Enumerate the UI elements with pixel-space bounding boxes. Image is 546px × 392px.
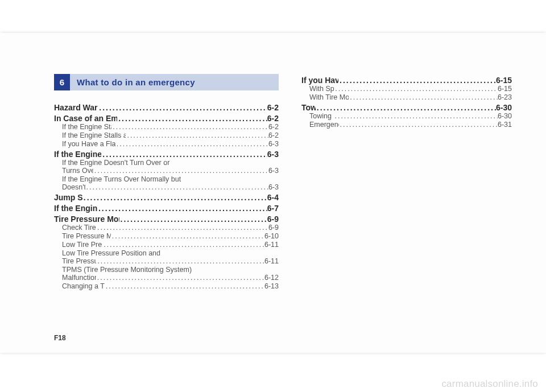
toc-title: Towing Service (309, 112, 333, 120)
toc-title: If the Engine Overheats (54, 204, 97, 213)
toc-entry: Low Tire Pressure Telltale..............… (54, 241, 279, 249)
toc-page: 6-2 (268, 131, 279, 139)
toc-page: 6-9 (268, 224, 279, 232)
toc-page: 6-12 (264, 274, 279, 282)
toc-leader: ........................................… (101, 150, 267, 159)
toc-entry: Check Tire Pressure.....................… (54, 224, 279, 232)
toc-page: 6-4 (267, 193, 279, 202)
toc-leader: ........................................… (93, 167, 268, 175)
toc-leader: ........................................… (111, 123, 268, 131)
toc-page: 6-7 (267, 204, 279, 213)
toc-leader: ........................................… (111, 232, 264, 240)
toc-leader: ........................................… (96, 224, 268, 232)
toc-page: 6-23 (498, 93, 512, 101)
toc-entry: Changing a Tire with TPMS...............… (54, 282, 279, 290)
toc-title: Tire Pressure Telltale (62, 257, 96, 265)
toc-title: With Tire Mobility Kit (TMK) (309, 93, 349, 101)
toc-leader: ........................................… (115, 140, 268, 148)
toc-page: 6-2 (267, 114, 279, 123)
toc-title: With Spare Tire (309, 85, 334, 93)
toc-title: Low Tire Pressure Telltale (62, 241, 102, 249)
toc-title: Towing (301, 103, 316, 112)
toc-page: 6-11 (264, 241, 279, 249)
toc-title: Check Tire Pressure (62, 224, 96, 232)
toc-entry: With Spare Tire.........................… (301, 85, 512, 93)
toc-entry: If the Engine Overheats.................… (54, 204, 279, 213)
toc-right-column: If you Have a Flat Tire.................… (301, 74, 512, 129)
toc-leader: ........................................… (349, 93, 498, 101)
page-number: F18 (54, 334, 66, 342)
section-header: 6 What to do in an emergency (54, 74, 279, 90)
toc-leader: ........................................… (334, 85, 498, 93)
toc-title: Low Tire Pressure Position and (62, 249, 160, 257)
toc-entry: Tire Pressure Telltale..................… (54, 257, 279, 265)
toc-title: If you Have a Flat Tire While Driving (62, 140, 115, 148)
toc-entry: Emergency Towing........................… (301, 121, 512, 129)
toc-leader: ........................................… (96, 274, 264, 282)
toc-title: TPMS (Tire Pressure Monitoring System) (62, 266, 192, 274)
toc-title: If the Engine Turns Over Normally but (62, 175, 181, 183)
toc-page: 6-3 (268, 183, 279, 191)
toc-title: Changing a Tire with TPMS (62, 282, 105, 290)
toc-title: Turns Over Slowly (62, 167, 93, 175)
toc-leader: ........................................… (102, 241, 264, 249)
toc-leader: ........................................… (333, 112, 498, 120)
toc-title: Hazard Warning Flasher (54, 103, 98, 112)
toc-leader: ........................................… (338, 76, 496, 85)
toc-entry: If the Engine Turns Over Normally but (54, 175, 279, 183)
toc-leader: ........................................… (339, 121, 498, 129)
watermark: carmanualsonline.info (441, 378, 538, 390)
toc-leader: ........................................… (126, 131, 268, 139)
toc-left-list: Hazard Warning Flasher..................… (54, 103, 279, 290)
toc-entry: Jump Starting...........................… (54, 193, 279, 202)
toc-entry: If the Engine Doesn't Turn Over or (54, 159, 279, 167)
toc-title: Emergency Towing (309, 121, 339, 129)
toc-leader: ........................................… (119, 214, 267, 224)
toc-entry: Doesn't Start...........................… (54, 183, 279, 191)
toc-entry: If the Engine Stalls While Driving......… (54, 123, 279, 131)
toc-leader: ........................................… (98, 103, 267, 112)
toc-entry: Turns Over Slowly.......................… (54, 167, 279, 175)
toc-leader: ........................................… (85, 183, 268, 191)
toc-entry: If the Engine Stalls at a Crossroad or C… (54, 131, 279, 139)
toc-leader: ........................................… (96, 257, 264, 265)
toc-page: 6-30 (496, 103, 512, 112)
toc-entry: TPMS (Tire Pressure Monitoring System) (54, 266, 279, 274)
toc-title: Malfunction Indicator (62, 274, 96, 282)
toc-title: If you Have a Flat Tire (301, 76, 338, 85)
toc-page: 6-2 (267, 103, 279, 112)
toc-entry: Low Tire Pressure Position and (54, 249, 279, 257)
toc-page: 6-2 (268, 123, 279, 131)
toc-page: 6-13 (264, 282, 279, 290)
toc-page: 6-11 (264, 257, 279, 265)
toc-page: 6-9 (267, 214, 279, 224)
toc-leader: ........................................… (82, 193, 267, 202)
section-number: 6 (54, 74, 70, 90)
toc-page: 6-10 (264, 232, 279, 240)
toc-title: Jump Starting (54, 193, 82, 202)
toc-page: 6-15 (496, 76, 512, 85)
toc-title: Tire Pressure Monitoring System (62, 232, 111, 240)
toc-entry: If you Have a Flat Tire.................… (301, 76, 512, 85)
toc-entry: If you Have a Flat Tire While Driving...… (54, 140, 279, 148)
toc-leader: ........................................… (316, 103, 496, 112)
toc-left-column: 6 What to do in an emergency Hazard Warn… (54, 74, 279, 291)
section-title: What to do in an emergency (70, 74, 279, 90)
toc-page: 6-3 (268, 140, 279, 148)
toc-page: 6-3 (268, 167, 279, 175)
toc-entry: Tire Pressure Monitoring System (TPMS)..… (54, 214, 279, 224)
toc-leader: ........................................… (117, 114, 267, 123)
toc-title: If the Engine Will Not Start (54, 150, 101, 159)
toc-leader: ........................................… (97, 204, 267, 213)
toc-page: 6-31 (498, 121, 512, 129)
toc-entry: In Case of an Emergency While Driving...… (54, 114, 279, 123)
toc-page: 6-15 (498, 85, 512, 93)
toc-page: 6-3 (267, 150, 279, 159)
toc-title: If the Engine Stalls at a Crossroad or C… (62, 131, 126, 139)
toc-entry: Malfunction Indicator...................… (54, 274, 279, 282)
toc-right-list: If you Have a Flat Tire.................… (301, 76, 512, 129)
toc-title: In Case of an Emergency While Driving (54, 114, 117, 123)
toc-entry: Towing Service..........................… (301, 112, 512, 120)
toc-entry: Towing..................................… (301, 103, 512, 112)
toc-entry: Hazard Warning Flasher..................… (54, 103, 279, 112)
